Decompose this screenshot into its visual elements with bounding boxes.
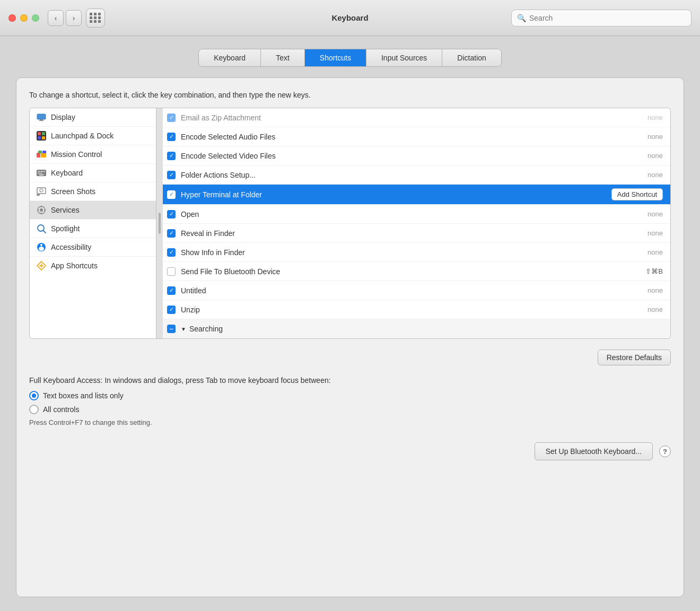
shortcut-name: Folder Actions Setup... (181, 171, 648, 179)
shortcut-checkbox[interactable] (167, 229, 176, 238)
search-icon: 🔍 (517, 14, 526, 22)
radio-label-all-controls: All controls (43, 405, 79, 414)
sidebar-item-launchpad[interactable]: Launchpad & Dock (30, 127, 156, 145)
radio-circle-all-controls[interactable] (29, 405, 39, 414)
forward-button[interactable]: › (66, 10, 82, 26)
sidebar-item-keyboard[interactable]: Keyboard (30, 164, 156, 182)
svg-rect-4 (38, 132, 41, 135)
sidebar-label-app-shortcuts: App Shortcuts (51, 261, 98, 270)
shortcut-checkbox[interactable] (167, 114, 176, 122)
restore-defaults-button[interactable]: Restore Defaults (598, 350, 671, 365)
group-checkbox[interactable] (167, 325, 176, 333)
content-panel: To change a shortcut, select it, click t… (16, 77, 684, 597)
scrollbar[interactable] (156, 108, 163, 339)
tab-dictation[interactable]: Dictation (442, 49, 501, 66)
minimize-button[interactable] (20, 14, 28, 22)
shortcut-row-hyper-terminal[interactable]: Hyper Terminal at Folder Add Shortcut (163, 185, 670, 205)
svg-rect-10 (38, 151, 42, 153)
shortcut-checkbox[interactable] (167, 248, 176, 257)
shortcut-name: Show Info in Finder (181, 248, 648, 257)
sidebar-item-spotlight[interactable]: Spotlight (30, 220, 156, 238)
shortcut-name: Encode Selected Video Files (181, 152, 648, 160)
svg-rect-7 (42, 136, 45, 139)
svg-rect-15 (41, 171, 42, 172)
shortcut-name: Encode Selected Audio Files (181, 133, 648, 141)
shortcut-checkbox[interactable] (167, 190, 176, 199)
svg-rect-30 (44, 210, 46, 211)
help-button[interactable]: ? (659, 446, 671, 457)
shortcut-checkbox[interactable] (167, 267, 176, 276)
sidebar-label-mission-control: Mission Control (51, 150, 102, 159)
shortcut-checkbox[interactable] (167, 171, 176, 179)
shortcut-checkbox[interactable] (167, 133, 176, 141)
shortcut-row[interactable]: Open none (163, 205, 670, 224)
shortcut-row[interactable]: Encode Selected Video Files none (163, 146, 670, 165)
svg-point-23 (40, 189, 43, 192)
monitor-icon (36, 112, 47, 123)
search-box[interactable]: 🔍 (511, 10, 692, 27)
svg-rect-21 (39, 174, 43, 176)
shortcut-name: Unzip (181, 306, 648, 314)
shortcut-row[interactable]: Encode Selected Audio Files none (163, 127, 670, 146)
main-area: Keyboard Text Shortcuts Input Sources Di… (0, 36, 700, 610)
tab-input-sources[interactable]: Input Sources (366, 49, 442, 66)
svg-rect-6 (38, 136, 41, 139)
shortcut-row[interactable]: Reveal in Finder none (163, 224, 670, 243)
svg-rect-2 (39, 120, 44, 121)
sidebar-item-services[interactable]: Services (30, 201, 156, 220)
shortcut-name: Send File To Bluetooth Device (181, 267, 645, 276)
svg-rect-28 (41, 213, 42, 214)
shortcut-key: none (648, 152, 663, 160)
shortcut-checkbox[interactable] (167, 286, 176, 295)
sidebar-label-launchpad: Launchpad & Dock (51, 132, 113, 140)
sidebar-item-app-shortcuts[interactable]: App Shortcuts (30, 257, 156, 275)
maximize-button[interactable] (32, 14, 39, 22)
svg-rect-11 (42, 151, 46, 153)
setup-bluetooth-button[interactable]: Set Up Bluetooth Keyboard... (535, 442, 653, 460)
shortcut-row[interactable]: Email as Zip Attachment none (163, 108, 670, 127)
back-button[interactable]: ‹ (48, 10, 64, 26)
svg-rect-16 (42, 171, 43, 172)
search-input[interactable] (529, 14, 686, 22)
keyboard-hint: Press Control+F7 to change this setting. (29, 418, 671, 426)
sidebar-item-screenshots[interactable]: Screen Shots (30, 182, 156, 201)
shortcut-group-searching[interactable]: ▼ Searching (163, 319, 670, 338)
sidebar-item-accessibility[interactable]: Accessibility (30, 238, 156, 257)
shortcut-key: none (648, 133, 663, 141)
svg-rect-14 (39, 171, 40, 172)
svg-rect-17 (44, 171, 45, 172)
shortcut-row[interactable]: Send File To Bluetooth Device ⇧⌘B (163, 262, 670, 281)
shortcut-row[interactable]: Show Info in Finder none (163, 243, 670, 262)
shortcut-row[interactable]: Unzip none (163, 300, 670, 319)
tab-text[interactable]: Text (261, 49, 305, 66)
svg-rect-13 (38, 171, 39, 172)
shortcut-key: none (648, 229, 663, 237)
services-icon (36, 205, 47, 215)
close-button[interactable] (8, 14, 16, 22)
radio-text-boxes[interactable]: Text boxes and lists only (29, 391, 671, 400)
restore-defaults-row: Restore Defaults (29, 350, 671, 365)
sidebar-label-accessibility: Accessibility (51, 243, 91, 251)
accessibility-icon (36, 242, 47, 252)
radio-circle-text-boxes[interactable] (29, 391, 39, 400)
tab-shortcuts[interactable]: Shortcuts (305, 49, 366, 66)
tab-keyboard[interactable]: Keyboard (199, 49, 261, 66)
radio-label-text-boxes: Text boxes and lists only (43, 391, 124, 400)
sidebar-item-mission-control[interactable]: Mission Control (30, 145, 156, 164)
sidebar-label-display: Display (51, 113, 75, 121)
shortcut-row[interactable]: Folder Actions Setup... none (163, 165, 670, 185)
sidebar-label-screenshots: Screen Shots (51, 187, 95, 196)
sidebar-label-keyboard: Keyboard (51, 169, 83, 177)
svg-rect-20 (41, 173, 42, 174)
shortcut-checkbox[interactable] (167, 152, 176, 160)
shortcut-checkbox[interactable] (167, 210, 176, 219)
grid-button[interactable] (86, 8, 105, 28)
sidebar-item-display[interactable]: Display (30, 108, 156, 127)
shortcut-name: Reveal in Finder (181, 229, 648, 238)
radio-all-controls[interactable]: All controls (29, 405, 671, 414)
shortcut-row[interactable]: Untitled none (163, 281, 670, 300)
tabs: Keyboard Text Shortcuts Input Sources Di… (198, 49, 502, 67)
add-shortcut-button[interactable]: Add Shortcut (611, 188, 663, 200)
shortcut-checkbox[interactable] (167, 306, 176, 314)
nav-buttons: ‹ › (48, 10, 82, 26)
